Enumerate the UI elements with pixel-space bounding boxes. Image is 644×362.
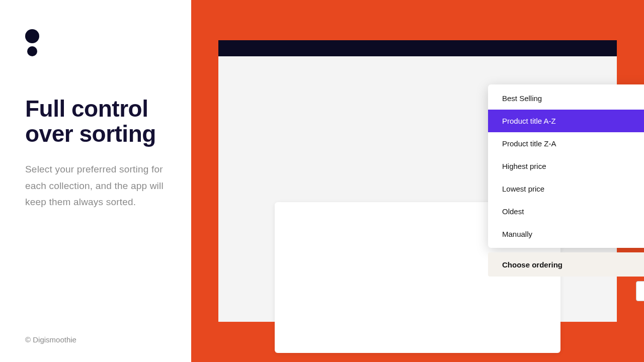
preview-stage: Best Selling Product title A-Z Product t…: [191, 0, 644, 362]
page-title: Full control over sorting: [25, 97, 167, 146]
sort-option-highest-price[interactable]: Highest price: [488, 155, 644, 177]
sort-option-lowest-price[interactable]: Lowest price: [488, 177, 644, 200]
sort-option-title-za[interactable]: Product title Z-A: [488, 132, 644, 155]
sort-option-title-az[interactable]: Product title A-Z: [488, 110, 644, 132]
copyright-text: © Digismoothie: [25, 335, 76, 344]
ordering-select[interactable]: Choose ordering: [488, 252, 644, 277]
marketing-panel: Full control over sorting Select your pr…: [0, 0, 191, 362]
sort-option-best-selling[interactable]: Best Selling: [488, 84, 644, 110]
sort-option-manually[interactable]: Manually: [488, 223, 644, 248]
sort-option-oldest[interactable]: Oldest: [488, 200, 644, 223]
sort-dropdown[interactable]: Best Selling Product title A-Z Product t…: [488, 84, 644, 248]
page-subtitle: Select your preferred sorting for each c…: [25, 161, 167, 210]
ordering-select-label: Choose ordering: [502, 260, 644, 269]
cancel-button[interactable]: Cancel: [636, 281, 644, 301]
app-topbar: [218, 40, 617, 56]
modal-actions: Cancel Save: [488, 281, 644, 301]
logo-icon: [25, 29, 167, 56]
